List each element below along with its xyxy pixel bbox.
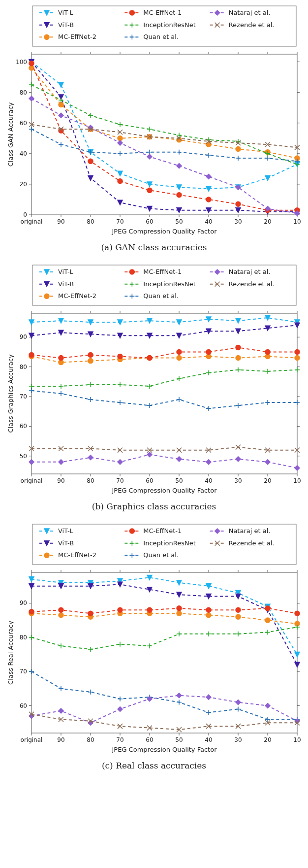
legend-label: MC-EffNet-1 [143,268,182,275]
series-line-quan-et-al- [31,129,297,161]
series-line-mc-effnet-1 [31,64,297,210]
chart-c: ViT-LViT-BMC-EffNet-2MC-EffNet-1Inceptio… [5,523,303,758]
svg-point-38 [118,179,123,184]
x-axis-label: JPEG Compression Quality Factor [112,228,217,235]
legend-label: MC-EffNet-2 [58,551,96,559]
svg-point-113 [129,529,134,534]
chart-block-a: ViT-LViT-BMC-EffNet-2MC-EffNet-1Inceptio… [4,5,304,252]
x-tick-label: 60 [146,736,153,743]
x-tick-label: 80 [87,736,94,743]
y-tick-label: 0 [23,211,27,218]
legend-label: ViT-B [58,539,74,547]
svg-point-146 [59,607,63,612]
svg-point-99 [295,349,300,354]
svg-marker-67 [236,318,241,323]
series-line-nataraj-et-al- [31,455,297,468]
caption-a: (a) GAN class accuracies [4,242,304,252]
x-tick-label: 30 [234,218,242,225]
svg-marker-75 [177,333,182,338]
page: { "legend_order": ["ViT-L","ViT-B","MC-E… [0,0,308,792]
x-tick-label: 20 [264,736,271,743]
svg-point-90 [29,353,34,358]
legend-label: MC-EffNet-2 [58,292,96,300]
svg-point-141 [206,613,211,618]
svg-point-151 [206,607,211,612]
series-line-quan-et-al- [31,671,297,719]
series-line-rezende-et-al- [31,447,297,450]
x-axis-label: JPEG Compression Quality Factor [112,487,217,494]
series-line-vit-b [31,584,297,665]
svg-point-94 [147,356,152,361]
svg-point-3 [129,10,134,15]
legend-label: Nataraj et al. [229,9,271,16]
charts-container: ViT-LViT-BMC-EffNet-2MC-EffNet-1Inceptio… [4,5,304,770]
x-tick-label: 40 [205,477,212,484]
svg-point-152 [236,607,241,612]
x-tick-label: 50 [175,477,183,484]
axes-box [31,54,297,215]
svg-point-82 [88,359,93,364]
legend-label: InceptionResNet [143,280,195,288]
legend-label: Rezende et al. [229,280,275,288]
svg-point-85 [177,356,182,361]
svg-marker-134 [295,662,300,667]
svg-marker-124 [295,652,300,657]
caption-b: (b) Graphics class accuracies [4,501,304,511]
svg-point-87 [236,356,241,361]
series-line-quan-et-al- [31,391,297,408]
legend-label: ViT-L [58,9,74,16]
svg-point-57 [44,294,49,299]
legend-label: InceptionResNet [143,539,195,547]
legend-label: ViT-B [58,21,74,29]
series-line-vit-l [31,318,297,322]
chart-a: ViT-LViT-BMC-EffNet-2MC-EffNet-1Inceptio… [5,5,303,239]
svg-marker-6 [59,82,63,87]
x-tick-label: 40 [205,736,212,743]
svg-marker-50 [177,164,182,168]
x-tick-label: 10 [293,477,301,484]
y-tick-label: 50 [20,453,27,460]
svg-point-95 [177,349,182,354]
legend-label: Quan et al. [143,33,179,40]
y-tick-label: 90 [20,334,27,340]
svg-point-153 [265,606,270,611]
x-tick-label: 70 [116,736,123,743]
svg-marker-45 [29,96,34,101]
x-tick-label: 80 [87,218,94,225]
svg-marker-103 [118,460,123,465]
x-tick-label: 90 [57,218,64,225]
svg-marker-101 [59,460,63,465]
legend-label: InceptionResNet [143,21,195,29]
y-tick-label: 20 [20,181,27,188]
svg-point-42 [236,201,241,206]
axes-box [31,313,297,474]
x-tick-label: 20 [264,477,271,484]
svg-point-41 [206,197,211,202]
x-tick-label: 60 [146,218,153,225]
series-line-rezende-et-al- [31,714,297,730]
svg-point-37 [88,159,93,164]
legend-label: MC-EffNet-2 [58,33,96,40]
svg-point-98 [265,349,270,354]
svg-point-91 [59,356,63,361]
x-tick-label: original [21,218,43,225]
chart-block-c: ViT-LViT-BMC-EffNet-2MC-EffNet-1Inceptio… [4,523,304,770]
svg-marker-100 [29,460,34,465]
y-tick-label: 40 [20,150,27,157]
svg-marker-65 [177,320,182,325]
svg-marker-160 [177,693,182,698]
y-tick-label: 60 [20,702,27,709]
x-tick-label: 10 [293,736,301,743]
x-tick-label: 90 [57,736,64,743]
svg-point-145 [29,609,34,614]
svg-marker-17 [88,175,93,180]
y-tick-label: 80 [20,364,27,370]
svg-point-35 [29,61,34,66]
x-tick-label: original [21,477,43,484]
svg-marker-18 [118,200,123,205]
svg-point-2 [44,34,49,39]
svg-point-58 [129,269,134,274]
svg-marker-46 [59,113,63,118]
svg-point-136 [59,613,63,618]
legend-label: ViT-L [58,527,74,534]
